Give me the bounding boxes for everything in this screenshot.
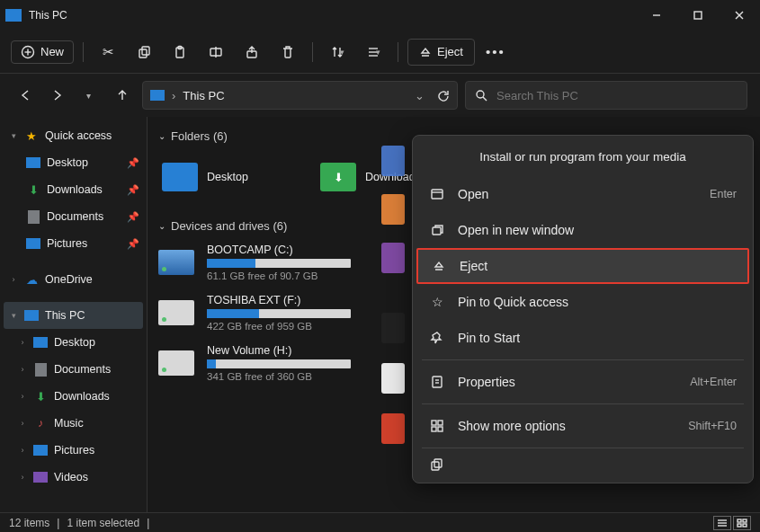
chevron-right-icon: › bbox=[172, 89, 175, 102]
open-icon bbox=[429, 187, 445, 201]
sort-button[interactable]: ▾ bbox=[322, 39, 353, 66]
sidebar-item-desktop[interactable]: Desktop 📌 bbox=[0, 149, 147, 176]
drive-free-text: 61.1 GB free of 90.7 GB bbox=[207, 270, 351, 281]
view-button[interactable]: ▾ bbox=[358, 39, 389, 66]
more-button[interactable]: ••• bbox=[480, 39, 511, 66]
search-box[interactable] bbox=[465, 81, 747, 110]
svg-rect-28 bbox=[438, 427, 443, 431]
delete-button[interactable] bbox=[273, 39, 303, 66]
pin-icon: 📌 bbox=[127, 211, 139, 223]
cut-button[interactable]: ✂ bbox=[93, 39, 123, 66]
rename-button[interactable] bbox=[201, 39, 231, 66]
context-open[interactable]: Open Enter bbox=[416, 176, 749, 212]
chevron-down-icon[interactable]: ▾ bbox=[9, 131, 18, 140]
drive-icon[interactable] bbox=[381, 363, 405, 394]
shortcut-label: Enter bbox=[710, 188, 737, 200]
sidebar-item-label: Pictures bbox=[54, 444, 94, 457]
drive-name: New Volume (H:) bbox=[207, 344, 351, 357]
toolbar: New ✂ ▾ ▾ Eject ••• bbox=[0, 31, 760, 74]
paste-button[interactable] bbox=[165, 39, 195, 66]
context-pin-quick-access[interactable]: ☆ Pin to Quick access bbox=[416, 284, 749, 320]
context-show-more[interactable]: Show more options Shift+F10 bbox=[416, 408, 749, 444]
navigation-row: ▾ › This PC ⌄ bbox=[0, 74, 760, 117]
sidebar-this-pc[interactable]: ▾ This PC bbox=[4, 302, 143, 329]
pin-icon: 📌 bbox=[127, 184, 139, 196]
this-pc-icon bbox=[150, 90, 165, 101]
chevron-down-icon[interactable]: ⌄ bbox=[415, 89, 425, 102]
sidebar-tree-music[interactable]: ›♪Music bbox=[0, 410, 147, 437]
new-button[interactable]: New bbox=[11, 40, 74, 64]
sidebar-tree-documents[interactable]: ›Documents bbox=[0, 356, 147, 383]
sidebar-item-documents[interactable]: Documents 📌 bbox=[0, 203, 147, 230]
thumbnails-view-button[interactable] bbox=[733, 516, 751, 530]
back-button[interactable] bbox=[13, 83, 38, 108]
sidebar-item-downloads[interactable]: ⬇ Downloads 📌 bbox=[0, 176, 147, 203]
folder-label: Desktop bbox=[207, 171, 248, 183]
forward-button[interactable] bbox=[45, 83, 70, 108]
svg-rect-36 bbox=[738, 524, 741, 527]
documents-icon bbox=[28, 210, 40, 224]
close-button[interactable] bbox=[719, 0, 760, 31]
sidebar-item-label: Desktop bbox=[54, 336, 95, 349]
folder-desktop[interactable]: Desktop bbox=[162, 153, 270, 201]
folder-videos-icon[interactable] bbox=[381, 243, 405, 273]
eject-icon bbox=[419, 46, 432, 58]
maximize-button[interactable] bbox=[677, 0, 719, 31]
status-separator: | bbox=[147, 517, 149, 529]
app-icon bbox=[5, 9, 22, 22]
separator bbox=[422, 448, 744, 448]
context-label: Eject bbox=[460, 259, 487, 273]
sidebar-tree-pictures[interactable]: ›Pictures bbox=[0, 437, 147, 464]
section-title: Folders (6) bbox=[171, 129, 228, 143]
share-button[interactable] bbox=[237, 39, 267, 66]
separator bbox=[83, 42, 84, 62]
this-pc-icon bbox=[24, 310, 39, 321]
svg-rect-8 bbox=[142, 47, 149, 55]
minimize-button[interactable] bbox=[636, 0, 677, 31]
drive-office-icon[interactable] bbox=[381, 413, 405, 444]
chevron-right-icon[interactable]: › bbox=[9, 275, 18, 284]
sidebar-tree-downloads[interactable]: ›⬇Downloads bbox=[0, 383, 147, 410]
folder-documents-icon[interactable] bbox=[381, 146, 405, 176]
chevron-down-icon[interactable]: ▾ bbox=[9, 311, 18, 320]
context-menu: Install or run program from your media O… bbox=[412, 135, 754, 483]
svg-rect-35 bbox=[743, 519, 747, 522]
recent-button[interactable]: ▾ bbox=[77, 83, 103, 108]
drive-free-text: 422 GB free of 959 GB bbox=[207, 321, 351, 332]
sidebar-tree-desktop[interactable]: ›Desktop bbox=[0, 329, 147, 356]
folder-music-icon[interactable] bbox=[381, 194, 405, 225]
sidebar-item-pictures[interactable]: Pictures 📌 bbox=[0, 230, 147, 257]
context-clipboard-row[interactable] bbox=[416, 452, 749, 479]
drive-free-text: 341 GB free of 360 GB bbox=[207, 371, 351, 382]
sidebar-tree-videos[interactable]: ›Videos bbox=[0, 464, 147, 491]
more-icon bbox=[429, 419, 445, 433]
drive-icon[interactable] bbox=[381, 313, 405, 343]
context-eject[interactable]: Eject bbox=[416, 248, 749, 284]
svg-line-18 bbox=[483, 97, 487, 101]
cloud-icon: ☁ bbox=[23, 273, 40, 286]
details-view-button[interactable] bbox=[713, 516, 731, 530]
search-icon bbox=[475, 89, 487, 102]
svg-rect-7 bbox=[139, 49, 147, 58]
eject-label: Eject bbox=[437, 45, 463, 58]
context-label: Pin to Start bbox=[458, 331, 520, 345]
drive-name: TOSHIBA EXT (F:) bbox=[207, 294, 351, 306]
svg-rect-29 bbox=[432, 462, 439, 470]
search-input[interactable] bbox=[496, 89, 738, 102]
drive-usage-bar bbox=[207, 309, 351, 318]
shortcut-label: Shift+F10 bbox=[688, 420, 737, 432]
address-bar[interactable]: › This PC ⌄ bbox=[142, 81, 458, 110]
eject-button[interactable]: Eject bbox=[407, 39, 475, 66]
up-button[interactable] bbox=[110, 83, 135, 108]
context-properties[interactable]: Properties Alt+Enter bbox=[416, 364, 749, 400]
context-pin-start[interactable]: Pin to Start bbox=[416, 320, 749, 356]
context-open-new-window[interactable]: Open in new window bbox=[416, 212, 749, 248]
refresh-button[interactable] bbox=[437, 89, 450, 102]
svg-rect-34 bbox=[738, 519, 741, 522]
downloads-icon: ⬇ bbox=[25, 183, 41, 196]
sidebar-onedrive[interactable]: › ☁ OneDrive bbox=[0, 266, 147, 293]
separator bbox=[312, 42, 313, 62]
copy-icon bbox=[429, 457, 445, 472]
copy-button[interactable] bbox=[129, 39, 159, 66]
sidebar-quick-access[interactable]: ▾ ★ Quick access bbox=[0, 122, 147, 149]
